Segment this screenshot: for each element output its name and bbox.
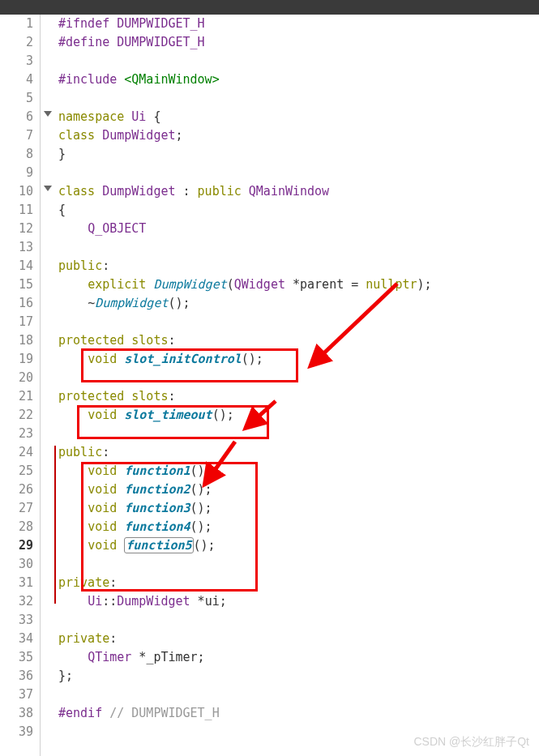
line-number: 35: [0, 648, 33, 667]
line-number: 10: [0, 182, 33, 201]
fold-cell: [41, 70, 55, 89]
line-number: 19: [0, 350, 33, 369]
line-number: 16: [0, 294, 33, 313]
line-number: 32: [0, 592, 33, 611]
code-line[interactable]: void slot_timeout();: [58, 406, 539, 425]
code-line[interactable]: protected slots:: [58, 387, 539, 406]
fold-cell: [41, 331, 55, 350]
code-line[interactable]: private:: [58, 574, 539, 592]
code-line[interactable]: private:: [58, 630, 539, 648]
fold-cell: [41, 574, 55, 592]
fold-cell: [41, 313, 55, 331]
code-line[interactable]: [58, 164, 539, 182]
fold-cell: [41, 387, 55, 406]
code-line[interactable]: void function2();: [58, 481, 539, 499]
fold-cell: [41, 350, 55, 369]
code-line[interactable]: [58, 52, 539, 70]
code-line[interactable]: Ui::DumpWidget *ui;: [58, 592, 539, 611]
fold-cell: [41, 518, 55, 536]
fold-cell: [41, 275, 55, 294]
line-number: 23: [0, 425, 33, 443]
fold-icon[interactable]: [44, 186, 52, 191]
fold-cell: [41, 630, 55, 648]
line-number: 31: [0, 574, 33, 592]
line-number: 28: [0, 518, 33, 536]
line-number: 9: [0, 164, 33, 182]
code-line[interactable]: void function3();: [58, 499, 539, 518]
code-line[interactable]: class DumpWidget : public QMainWindow: [58, 182, 539, 201]
code-line[interactable]: class DumpWidget;: [58, 126, 539, 145]
code-line[interactable]: [58, 89, 539, 108]
code-line[interactable]: };: [58, 667, 539, 686]
line-number: 30: [0, 555, 33, 574]
line-number: 14: [0, 257, 33, 275]
code-line[interactable]: namespace Ui {: [58, 108, 539, 126]
code-line[interactable]: [58, 369, 539, 387]
code-line[interactable]: [58, 313, 539, 331]
line-number: 18: [0, 331, 33, 350]
line-number: 4: [0, 70, 33, 89]
code-line[interactable]: Q_OBJECT: [58, 220, 539, 238]
code-line[interactable]: [58, 611, 539, 630]
svg-line-2: [209, 442, 235, 478]
line-number: 7: [0, 126, 33, 145]
svg-line-1: [251, 401, 276, 423]
code-line[interactable]: public:: [58, 257, 539, 275]
code-line[interactable]: #ifndef DUMPWIDGET_H: [58, 15, 539, 33]
fold-cell: [41, 462, 55, 481]
fold-cell: [41, 145, 55, 164]
line-gutter: 1234567891011121314151617181920212223242…: [0, 15, 41, 756]
line-number: 34: [0, 630, 33, 648]
fold-cell: [41, 89, 55, 108]
code-line[interactable]: [58, 555, 539, 574]
code-line[interactable]: }: [58, 145, 539, 164]
code-line[interactable]: [58, 686, 539, 704]
fold-icon[interactable]: [44, 111, 52, 117]
code-line[interactable]: #endif // DUMPWIDGET_H: [58, 704, 539, 723]
line-number: 11: [0, 201, 33, 220]
line-number: 36: [0, 667, 33, 686]
line-number: 37: [0, 686, 33, 704]
fold-cell: [41, 164, 55, 182]
fold-cell: [41, 443, 55, 462]
code-line[interactable]: #include <QMainWindow>: [58, 70, 539, 89]
fold-cell: [41, 33, 55, 52]
arrow-icon: [300, 267, 413, 377]
line-number: 20: [0, 369, 33, 387]
line-number: 8: [0, 145, 33, 164]
line-number: 26: [0, 481, 33, 499]
line-number: 5: [0, 89, 33, 108]
editor-toolbar: [0, 0, 539, 15]
code-line[interactable]: QTimer *_pTimer;: [58, 648, 539, 667]
code-line[interactable]: #define DUMPWIDGET_H: [58, 33, 539, 52]
fold-cell[interactable]: [41, 108, 55, 126]
code-line[interactable]: [58, 238, 539, 257]
fold-cell: [41, 15, 55, 33]
fold-cell: [41, 220, 55, 238]
fold-cell: [41, 481, 55, 499]
code-line[interactable]: protected slots:: [58, 331, 539, 350]
code-line[interactable]: explicit DumpWidget(QWidget *parent = nu…: [58, 275, 539, 294]
code-area[interactable]: #ifndef DUMPWIDGET_H#define DUMPWIDGET_H…: [55, 15, 539, 756]
fold-cell: [41, 406, 55, 425]
fold-cell[interactable]: [41, 182, 55, 201]
fold-cell: [41, 592, 55, 611]
code-line[interactable]: void function1();: [58, 462, 539, 481]
fold-cell: [41, 126, 55, 145]
code-line[interactable]: public:: [58, 443, 539, 462]
line-number: 12: [0, 220, 33, 238]
watermark: CSDN @长沙红胖子Qt: [413, 735, 529, 750]
fold-cell: [41, 238, 55, 257]
code-line[interactable]: void function5();: [58, 536, 539, 555]
code-line[interactable]: {: [58, 201, 539, 220]
fold-cell: [41, 611, 55, 630]
code-line[interactable]: void function4();: [58, 518, 539, 536]
code-line[interactable]: ~DumpWidget();: [58, 294, 539, 313]
line-number: 33: [0, 611, 33, 630]
fold-cell: [41, 294, 55, 313]
line-number: 27: [0, 499, 33, 518]
code-line[interactable]: void slot_initControl();: [58, 350, 539, 369]
fold-cell: [41, 648, 55, 667]
fold-cell: [41, 686, 55, 704]
code-line[interactable]: [58, 425, 539, 443]
